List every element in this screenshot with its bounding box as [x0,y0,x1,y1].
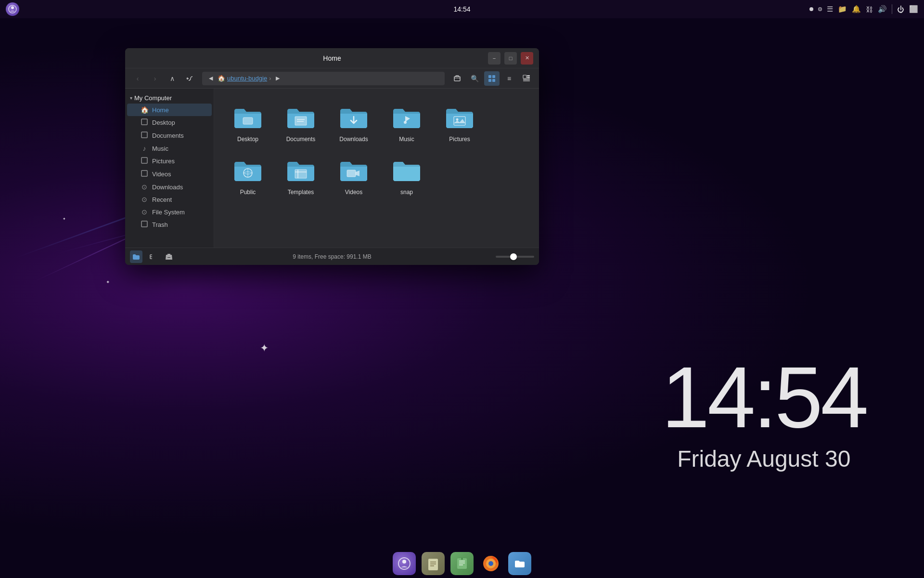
sidebar-item-videos[interactable]: Videos [127,168,212,181]
sidebar-desktop-label: Desktop [152,119,175,126]
dock-item-notepad[interactable] [450,552,474,575]
sidebar-section-mycomputer[interactable]: ▾ My Computer [125,92,214,104]
folder-videos[interactable]: Videos [330,151,378,199]
svg-rect-17 [243,118,253,124]
toolbar: ‹ › ∧ ◀ 🏠 ubuntu-budgie › ▶ 🔍 [125,68,539,89]
content-area: Desktop Documents [214,89,539,248]
svg-rect-3 [488,75,491,78]
folder-pictures-icon [444,102,475,133]
grid-view-button[interactable] [484,71,500,86]
dock-item-files[interactable] [422,552,445,575]
sidebar-videos-label: Videos [152,171,171,178]
search-button[interactable]: 🔍 [467,71,482,86]
folder-snap[interactable]: snap [383,151,431,199]
svg-rect-29 [347,170,356,177]
sidebar-home-label: Home [152,106,169,114]
sidebar-item-downloads[interactable]: ⊙ Downloads [127,181,212,193]
home-icon: 🏠 [218,75,225,82]
svg-point-23 [456,118,459,121]
panel-link-icon[interactable]: ⛓ [866,5,873,13]
list-view-button[interactable]: ≡ [501,71,517,86]
panel-separator [892,4,892,14]
folder-desktop-icon [232,102,263,133]
open-location-button[interactable] [449,71,465,86]
svg-rect-13 [141,132,147,138]
panel-volume-icon[interactable]: 🔊 [878,5,887,13]
svg-rect-8 [527,75,530,77]
svg-rect-38 [430,564,436,565]
panel-left [6,2,19,16]
address-forward-btn[interactable]: ▶ [273,74,282,83]
minimize-button[interactable]: − [488,52,500,65]
titlebar: Home − □ ✕ [125,48,539,68]
folder-snap-label: snap [400,189,413,196]
prev-location-button[interactable] [182,71,197,86]
folder-downloads[interactable]: Downloads [330,98,378,146]
slider-thumb[interactable] [510,253,517,260]
statusbar-folder-view-button[interactable] [130,250,142,263]
music-sidebar-icon: ♪ [141,144,148,152]
back-button[interactable]: ‹ [130,71,145,86]
sidebar-item-documents[interactable]: Documents [127,129,212,142]
sidebar-item-pictures[interactable]: Pictures [127,155,212,168]
folder-pictures[interactable]: Pictures [436,98,484,146]
folder-documents-icon [285,102,316,133]
up-button[interactable]: ∧ [165,71,180,86]
main-area: ▾ My Computer 🏠 Home Desktop [125,89,539,248]
section-label: My Computer [134,94,172,102]
folder-templates[interactable]: Templates [277,151,325,199]
slider-track[interactable] [496,256,534,258]
folder-public-icon [232,155,263,186]
dock-item-budgie[interactable] [393,552,416,575]
sidebar-item-desktop[interactable]: Desktop [127,116,212,129]
svg-rect-16 [141,221,147,227]
panel-folder-icon[interactable]: 📁 [838,5,847,13]
maximize-button[interactable]: □ [504,52,517,65]
forward-button[interactable]: › [147,71,163,86]
panel-clock: 14:54 [453,5,470,13]
panel-bell-icon[interactable]: 🔔 [852,5,861,13]
close-button[interactable]: ✕ [521,52,533,65]
panel-windows-icon[interactable]: ⬜ [909,5,918,13]
svg-rect-14 [141,158,147,163]
svg-point-47 [488,561,493,566]
svg-rect-40 [457,558,467,569]
folder-templates-icon [285,155,316,186]
folder-desktop[interactable]: Desktop [224,98,272,146]
folder-desktop-label: Desktop [237,136,258,143]
address-bar[interactable]: ◀ 🏠 ubuntu-budgie › ▶ [202,72,445,85]
sidebar-item-trash[interactable]: Trash [127,218,212,231]
recent-sidebar-icon: ⊙ [141,196,148,203]
folder-documents[interactable]: Documents [277,98,325,146]
address-text: ubuntu-budgie [227,75,267,82]
panel-time: 14:54 [453,5,470,13]
sidebar-item-filesystem[interactable]: ⊙ File System [127,206,212,218]
sidebar-music-label: Music [152,145,168,152]
dock-item-firefox[interactable] [479,552,502,575]
sidebar-item-music[interactable]: ♪ Music [127,142,212,155]
folder-music[interactable]: Music [383,98,431,146]
svg-rect-2 [454,77,460,81]
dock-item-files2[interactable] [508,552,531,575]
window-controls: − □ ✕ [488,52,533,65]
statusbar-info-button[interactable] [163,250,175,263]
folder-pictures-label: Pictures [449,136,470,143]
statusbar-tree-view-button[interactable] [146,250,159,263]
budgie-logo[interactable] [6,2,19,16]
sidebar-item-home[interactable]: 🏠 Home [127,104,212,116]
panel-power-icon[interactable]: ⏻ [897,5,904,13]
desktop-clock-date: Friday August 30 [662,446,866,472]
sidebar-item-recent[interactable]: ⊙ Recent [127,193,212,206]
panel-menu-icon[interactable]: ☰ [827,5,833,13]
folder-public[interactable]: Public [224,151,272,199]
svg-rect-7 [523,75,526,79]
file-manager-window: Home − □ ✕ ‹ › ∧ ◀ 🏠 ubuntu-budgie › ▶ [125,48,539,265]
compact-view-button[interactable] [519,71,534,86]
desktop-clock-time: 14:54 [662,354,866,441]
svg-rect-42 [459,563,465,564]
taskbar [0,549,924,578]
sparkle-3: ✦ [106,279,110,285]
zoom-slider[interactable] [496,256,534,258]
address-back-btn[interactable]: ◀ [206,74,216,83]
address-separator: › [269,75,271,82]
